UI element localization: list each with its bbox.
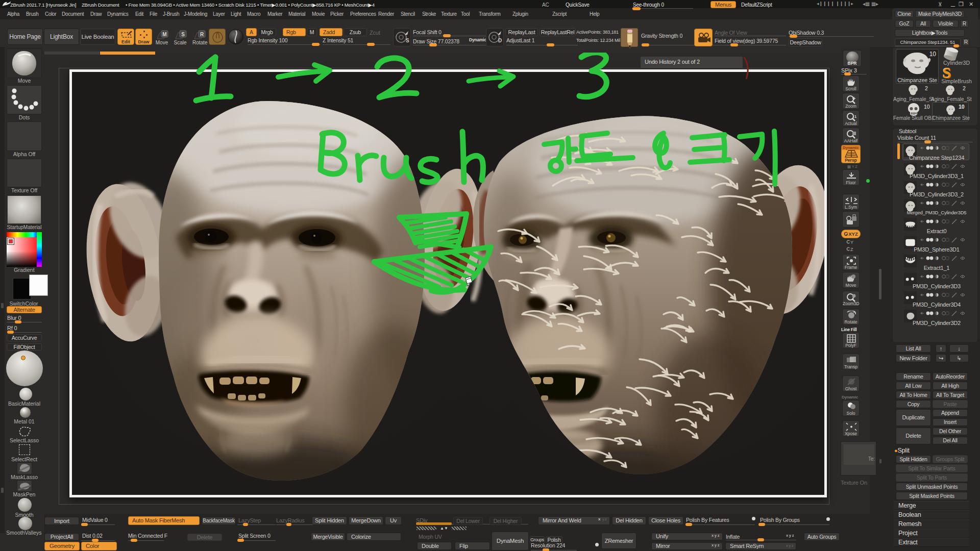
svg-text:R: R: [200, 32, 204, 37]
svg-text::1: :1: [853, 114, 857, 119]
svg-text:M: M: [162, 32, 166, 37]
svg-text:D: D: [498, 38, 502, 43]
svg-text:S: S: [406, 38, 409, 43]
svg-text:S: S: [181, 32, 185, 37]
